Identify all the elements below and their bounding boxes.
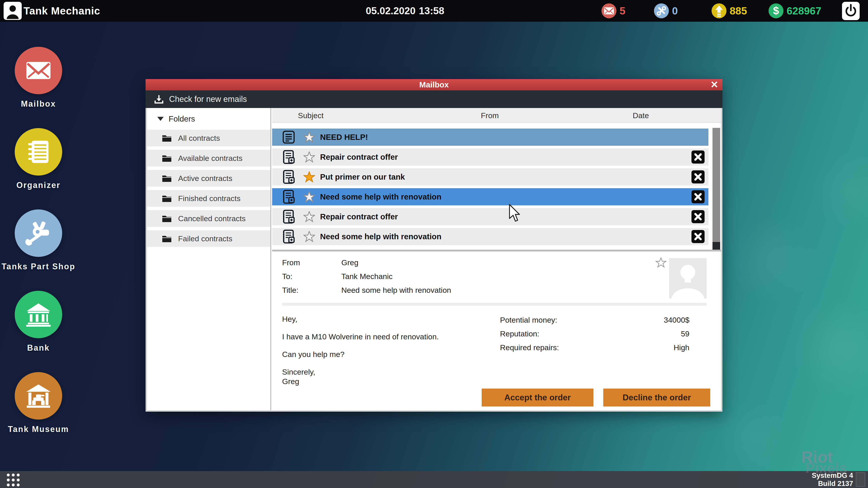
folder-item-cancelled-contracts[interactable]: Cancelled contracts bbox=[147, 210, 270, 227]
app-title: Tank Mechanic bbox=[24, 0, 100, 22]
delete-email-button[interactable] bbox=[691, 190, 705, 203]
column-from: From bbox=[469, 108, 510, 123]
tray-strip[interactable] bbox=[856, 473, 865, 487]
contract-offer-icon bbox=[281, 229, 296, 244]
check-for-new-emails-button[interactable]: Check for new emails bbox=[169, 94, 247, 104]
contract-offer-icon bbox=[281, 229, 296, 244]
contract-offer-icon bbox=[281, 150, 296, 164]
email-row[interactable]: Repair contract offer bbox=[272, 149, 708, 166]
power-button[interactable] bbox=[842, 2, 860, 20]
folder-item-available-contracts[interactable]: Available contracts bbox=[147, 150, 270, 166]
folder-icon bbox=[162, 174, 172, 183]
upgrade-counter[interactable]: 885 bbox=[712, 0, 747, 22]
email-subject: Repair contract offer bbox=[320, 149, 398, 166]
contract-offer-icon bbox=[281, 209, 296, 224]
close-icon[interactable]: ✕ bbox=[710, 79, 718, 90]
email-row[interactable]: Repair contract offer bbox=[272, 208, 708, 225]
folders-panel: Folders All contractsAvailable contracts… bbox=[147, 108, 271, 410]
email-subject: Need some help with renovation bbox=[320, 228, 441, 245]
desktop-icon-tank-museum[interactable]: Tank Museum bbox=[0, 372, 77, 434]
desktop-icon-bank[interactable]: Bank bbox=[0, 291, 77, 353]
star-toggle[interactable] bbox=[303, 231, 315, 242]
stat-value: High bbox=[674, 343, 689, 353]
engine-wrench-icon bbox=[24, 218, 53, 248]
notebook-icon bbox=[24, 137, 53, 167]
desktop-icon-label: Tank Museum bbox=[0, 424, 77, 434]
star-icon bbox=[303, 211, 315, 222]
email-detail: From GregTo: Tank MechanicTitle: Need so… bbox=[272, 250, 721, 410]
folder-item-active-contracts[interactable]: Active contracts bbox=[147, 170, 270, 187]
star-toggle[interactable] bbox=[303, 191, 315, 202]
delete-email-button[interactable] bbox=[691, 170, 705, 184]
repairs-counter[interactable]: 0 bbox=[654, 0, 678, 22]
email-row[interactable]: Put primer on our tank bbox=[272, 168, 708, 186]
star-icon bbox=[303, 171, 315, 183]
desktop-icon-tanks-part-shop[interactable]: Tanks Part Shop bbox=[0, 209, 77, 271]
email-row[interactable]: Need some help with renovation bbox=[272, 188, 708, 205]
upgrade-icon bbox=[712, 3, 726, 18]
folder-item-failed-contracts[interactable]: Failed contracts bbox=[147, 230, 270, 247]
delete-email-button[interactable] bbox=[691, 151, 705, 164]
decline-order-button[interactable]: Decline the order bbox=[603, 389, 710, 406]
player-avatar-icon[interactable] bbox=[4, 2, 22, 20]
contract-offer-icon bbox=[281, 170, 296, 184]
folder-icon bbox=[162, 154, 172, 162]
messages-counter[interactable]: 5 bbox=[601, 0, 625, 22]
desktop-icon-label: Organizer bbox=[0, 181, 77, 190]
email-subject: Repair contract offer bbox=[320, 208, 398, 225]
folder-item-finished-contracts[interactable]: Finished contracts bbox=[147, 190, 270, 207]
scrollbar-thumb[interactable] bbox=[712, 128, 720, 242]
system-version: SystemDG 4 Build 2137 bbox=[812, 471, 853, 488]
envelope-icon bbox=[601, 3, 616, 18]
window-titlebar: Mailbox ✕ bbox=[146, 79, 722, 90]
delete-email-button[interactable] bbox=[691, 210, 705, 223]
favorite-star-icon[interactable] bbox=[655, 257, 666, 268]
scrollbar[interactable] bbox=[712, 128, 720, 250]
contract-offer-icon bbox=[281, 150, 296, 164]
star-toggle[interactable] bbox=[303, 171, 315, 183]
wrench-icon bbox=[654, 3, 669, 18]
folder-item-all-contracts[interactable]: All contracts bbox=[147, 130, 270, 147]
dollar-icon: $ bbox=[769, 3, 783, 18]
desktop-icon-mailbox[interactable]: Mailbox bbox=[0, 47, 77, 109]
app-grid-icon[interactable] bbox=[7, 474, 20, 486]
taskbar: SystemDG 4 Build 2137 bbox=[0, 471, 868, 488]
email-row[interactable]: Need some help with renovation bbox=[272, 228, 708, 245]
email-row[interactable]: NEED HELP! bbox=[272, 129, 708, 146]
stat-value: 59 bbox=[681, 329, 689, 339]
svg-text:$: $ bbox=[773, 4, 779, 17]
accept-order-button[interactable]: Accept the order bbox=[482, 389, 593, 406]
delete-email-button[interactable] bbox=[691, 230, 705, 243]
meta-label: To: bbox=[282, 272, 292, 281]
star-toggle[interactable] bbox=[303, 211, 315, 222]
bank-icon bbox=[24, 300, 53, 329]
delete-icon bbox=[691, 170, 705, 184]
email-body: Hey,I have a M10 Wolverine in need of re… bbox=[282, 314, 486, 386]
desktop-icon-label: Mailbox bbox=[0, 99, 77, 109]
email-body-line: Sincerely, bbox=[282, 367, 486, 377]
stat-value: 34000$ bbox=[664, 316, 689, 325]
email-body-line: Hey, bbox=[282, 314, 486, 324]
message-icon bbox=[281, 130, 296, 144]
folders-header[interactable]: Folders bbox=[147, 108, 270, 130]
contract-offer-icon bbox=[281, 190, 296, 204]
star-icon bbox=[303, 131, 315, 143]
folders-header-label: Folders bbox=[168, 114, 195, 123]
meta-label: Title: bbox=[282, 286, 298, 295]
email-subject: NEED HELP! bbox=[320, 129, 368, 146]
game-date: 05.02.2020 bbox=[366, 0, 415, 22]
museum-icon bbox=[24, 381, 53, 411]
envelope-icon bbox=[601, 3, 616, 18]
desktop-icon-label: Bank bbox=[0, 343, 77, 353]
star-toggle[interactable] bbox=[303, 131, 315, 143]
folder-icon bbox=[162, 234, 172, 243]
star-toggle[interactable] bbox=[303, 151, 315, 163]
messages-counter-value: 5 bbox=[620, 5, 625, 17]
meta-value: Need some help with renovation bbox=[341, 286, 451, 295]
sender-avatar bbox=[669, 258, 707, 298]
money-counter[interactable]: $ 628967 bbox=[769, 0, 822, 22]
window-toolbar[interactable]: Check for new emails bbox=[146, 90, 722, 108]
star-icon bbox=[303, 231, 315, 242]
window-title: Mailbox bbox=[419, 80, 449, 89]
desktop-icon-organizer[interactable]: Organizer bbox=[0, 128, 77, 190]
